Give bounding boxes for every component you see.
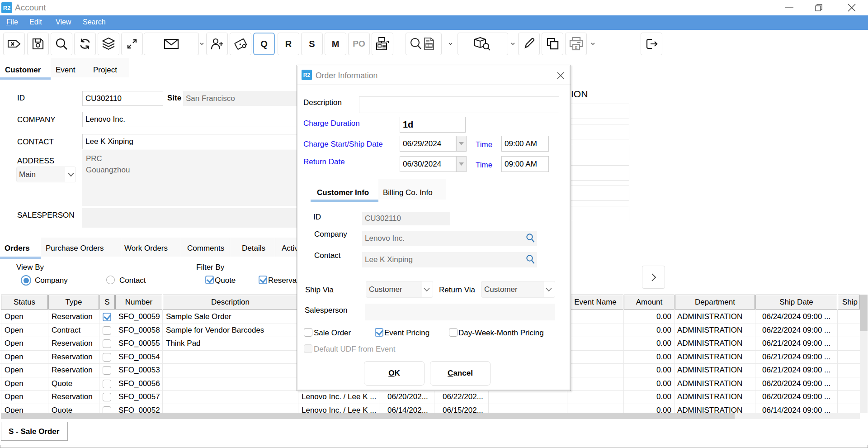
svg-text:E: E [575,45,578,50]
